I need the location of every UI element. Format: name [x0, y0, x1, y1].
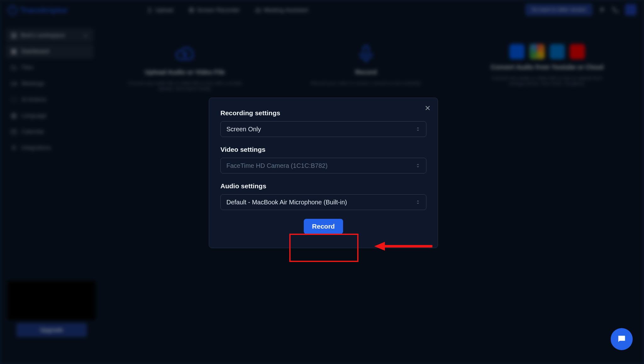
audio-settings-value: Default - MacBook Air Microphone (Built-…	[226, 199, 347, 206]
recording-settings-select[interactable]: Screen Only	[220, 121, 426, 137]
record-button-label: Record	[312, 223, 335, 230]
modal-overlay: Recording settings Screen Only Video set…	[0, 0, 644, 364]
updown-icon	[415, 163, 420, 168]
video-settings-label: Video settings	[220, 146, 426, 153]
close-button[interactable]	[424, 104, 431, 112]
recording-settings-value: Screen Only	[226, 126, 261, 133]
recording-settings-label: Recording settings	[220, 109, 426, 117]
updown-icon	[415, 127, 420, 132]
audio-settings-label: Audio settings	[220, 182, 426, 190]
video-settings-select[interactable]: FaceTime HD Camera (1C1C:B782)	[220, 158, 426, 173]
video-settings-value: FaceTime HD Camera (1C1C:B782)	[226, 162, 328, 169]
updown-icon	[415, 200, 420, 205]
recording-settings-modal: Recording settings Screen Only Video set…	[209, 98, 438, 248]
chat-fab[interactable]	[611, 328, 633, 350]
audio-settings-select[interactable]: Default - MacBook Air Microphone (Built-…	[220, 194, 426, 210]
close-icon	[424, 104, 431, 112]
chat-icon	[617, 334, 627, 344]
record-button[interactable]: Record	[304, 219, 343, 234]
